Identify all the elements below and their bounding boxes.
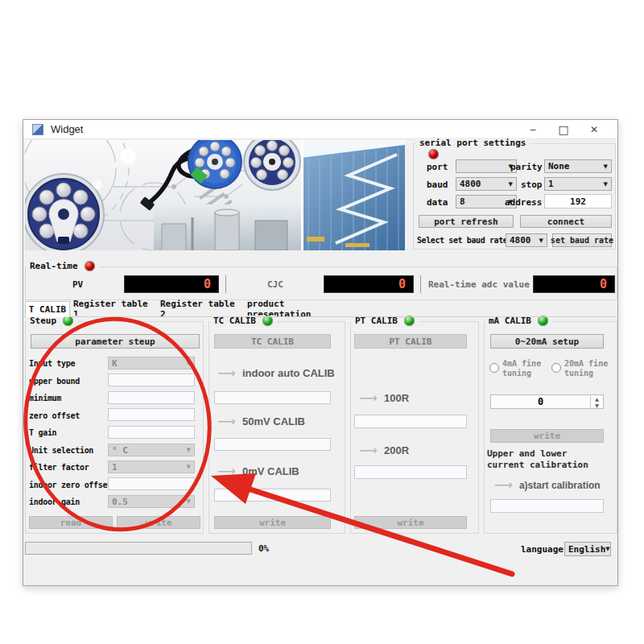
close-icon[interactable]: ✕ (579, 120, 609, 139)
upper-bound-input[interactable] (108, 374, 195, 386)
realtime-status-led (85, 261, 95, 271)
filter-factor-combo[interactable]: 1 ▼ (108, 460, 195, 473)
tc-field-1[interactable] (214, 391, 331, 404)
spin-down-icon[interactable]: ▼ (591, 402, 603, 408)
tc-calib-group: TC CALIB TC CALIB ⟶ indoor auto CALIB ⟶ … (208, 321, 345, 534)
current-calibration-note: Upper and lower current calibration (487, 448, 588, 471)
zero-offset-input[interactable] (108, 408, 195, 421)
chevron-down-icon: ▼ (187, 447, 191, 453)
data-label: data (427, 197, 448, 208)
tc-step-0mv: ⟶ 0mV CALIB (217, 464, 299, 479)
unit-selection-value: ° C (112, 445, 128, 456)
tc-step-indoor-auto: ⟶ indoor auto CALIB (217, 365, 335, 381)
select-baud-label: Select set baud rate (417, 236, 507, 245)
pv-display-value: 0 (204, 277, 211, 291)
write-button-ma[interactable]: write (490, 429, 604, 443)
select-baud-combo[interactable]: 4800 ▼ (506, 233, 547, 247)
parameter-setup-button[interactable]: parameter steup (31, 334, 200, 349)
chevron-down-icon: ▼ (604, 181, 608, 188)
ma-spin-input[interactable] (491, 395, 590, 408)
ma-field-1[interactable] (490, 499, 604, 513)
pt-calib-button[interactable]: PT CALIB (354, 334, 467, 349)
step-arrow-icon: ⟶ (217, 464, 236, 479)
tab-product-presentation[interactable]: product presentation (247, 302, 342, 316)
pt-field-2[interactable] (354, 465, 467, 479)
data-value: 8 (460, 196, 465, 207)
ma-step1-label: a)start calibration (519, 480, 601, 491)
ma-setup-button[interactable]: 0~20mA setup (490, 334, 604, 349)
indoor-gain-combo[interactable]: 0.5 ▼ (108, 495, 195, 508)
tc-calib-button[interactable]: TC CALIB (214, 334, 331, 349)
tc-step3-label: 0mV CALIB (242, 465, 299, 477)
language-value: English (568, 544, 605, 555)
connect-button[interactable]: connect (520, 215, 612, 228)
serial-status-led (428, 149, 439, 159)
unit-selection-label: Unit selection (29, 446, 93, 455)
parity-combo[interactable]: None ▼ (544, 159, 612, 173)
pt-step1-label: 100R (384, 392, 409, 404)
title-bar[interactable]: Widget ─ □ ✕ (23, 120, 617, 139)
chevron-down-icon: ▼ (539, 237, 543, 244)
stop-combo[interactable]: 1 ▼ (544, 177, 612, 191)
pt-step-100r: ⟶ 100R (359, 390, 409, 406)
window-title: Widget (51, 123, 83, 135)
write-button-setup[interactable]: write (117, 516, 200, 529)
tab-register-table-1[interactable]: Register table 1 (73, 302, 157, 316)
step-arrow-icon: ⟶ (359, 443, 378, 458)
cjc-display-value: 0 (398, 277, 406, 291)
parity-value: None (548, 161, 570, 171)
cjc-display: 0 (324, 275, 414, 293)
radio-20ma-label: 20mA fine tuning (564, 359, 608, 378)
pv-label: PV (72, 279, 83, 290)
tc-step-50mv: ⟶ 50mV CALIB (217, 414, 305, 429)
step-arrow-icon: ⟶ (217, 365, 236, 381)
port-combo[interactable]: ▼ (456, 159, 517, 173)
read-button[interactable]: read (29, 516, 113, 529)
select-baud-value: 4800 (510, 235, 531, 246)
window-controls: ─ □ ✕ (518, 120, 609, 139)
tab-register-table-2[interactable]: Register table 2 (160, 302, 244, 316)
ma-fine-tune-spinner[interactable]: ▲ ▼ (490, 394, 604, 409)
t-gain-input[interactable] (108, 426, 195, 439)
radio-20ma-fine-tuning[interactable] (551, 363, 561, 373)
write-button-tc[interactable]: write (214, 516, 331, 529)
indoor-zero-offset-input[interactable] (108, 477, 195, 490)
step-arrow-icon: ⟶ (217, 414, 236, 429)
write-button-pt[interactable]: write (354, 516, 467, 529)
app-icon (32, 124, 43, 135)
setup-group: Steup parameter steup Input type K ▼ upp… (25, 321, 204, 534)
zero-offset-label: zero offset (29, 411, 80, 420)
port-refresh-button[interactable]: port refresh (419, 215, 514, 228)
tc-field-2[interactable] (214, 438, 331, 451)
ma-calib-group: mA CALIB 0~20mA setup 4mA fine tuning 20… (484, 321, 617, 534)
input-type-label: Input type (29, 359, 75, 368)
serial-port-settings-group: serial port settings port ▼ parity None … (413, 143, 616, 250)
minimum-input[interactable] (108, 391, 195, 404)
realtime-group-title: Real-time (30, 261, 78, 271)
upper-bound-label: upper bound (29, 377, 80, 386)
maximize-icon[interactable]: □ (548, 120, 579, 139)
spin-up-icon[interactable]: ▲ (591, 395, 603, 402)
port-label: port (427, 162, 448, 172)
radio-4ma-label: 4mA fine tuning (502, 359, 541, 378)
display-divider (225, 275, 226, 293)
minimize-icon[interactable]: ─ (518, 120, 548, 139)
chevron-down-icon: ▼ (187, 498, 191, 505)
stop-label: stop (521, 180, 543, 190)
pt-step2-label: 200R (384, 444, 409, 456)
baud-value: 4800 (460, 179, 481, 189)
pt-field-1[interactable] (354, 415, 467, 428)
radio-4ma-fine-tuning[interactable] (489, 363, 499, 373)
set-baud-rate-button[interactable]: set baud rate (552, 233, 612, 247)
unit-selection-combo[interactable]: ° C ▼ (108, 444, 195, 456)
t-gain-label: T gain (29, 428, 56, 437)
language-combo[interactable]: English ▼ (564, 542, 611, 556)
baud-combo[interactable]: 4800 ▼ (456, 177, 517, 191)
input-type-combo[interactable]: K ▼ (108, 357, 195, 369)
chevron-down-icon: ▼ (604, 163, 608, 170)
tab-t-calib[interactable]: T CALIB (25, 301, 70, 317)
address-input[interactable] (544, 194, 612, 208)
minimum-label: minimum (29, 394, 61, 402)
tc-field-3[interactable] (214, 489, 331, 502)
address-label: address (505, 197, 542, 208)
